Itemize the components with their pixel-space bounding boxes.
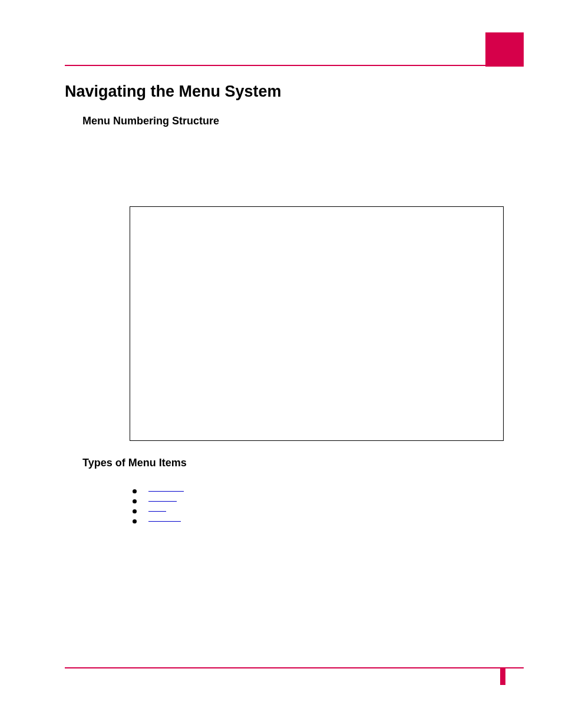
link-placeholder[interactable] bbox=[148, 511, 166, 512]
section-heading-numbering: Menu Numbering Structure bbox=[82, 115, 219, 127]
bullet-icon bbox=[133, 489, 137, 493]
section-heading-types: Types of Menu Items bbox=[82, 457, 187, 469]
page-title: Navigating the Menu System bbox=[65, 83, 282, 101]
list-item bbox=[133, 499, 184, 503]
link-placeholder[interactable] bbox=[148, 491, 184, 492]
link-list bbox=[133, 489, 184, 529]
bullet-icon bbox=[133, 519, 137, 523]
link-placeholder[interactable] bbox=[148, 501, 177, 502]
list-item bbox=[133, 519, 184, 523]
list-item bbox=[133, 509, 184, 513]
footer-accent-block bbox=[500, 667, 505, 685]
header-rule bbox=[65, 65, 524, 66]
bullet-icon bbox=[133, 509, 137, 513]
link-placeholder[interactable] bbox=[148, 521, 181, 522]
diagram-placeholder bbox=[130, 206, 504, 441]
footer-rule bbox=[65, 667, 524, 668]
header-accent-block bbox=[485, 32, 524, 67]
bullet-icon bbox=[133, 499, 137, 503]
list-item bbox=[133, 489, 184, 493]
